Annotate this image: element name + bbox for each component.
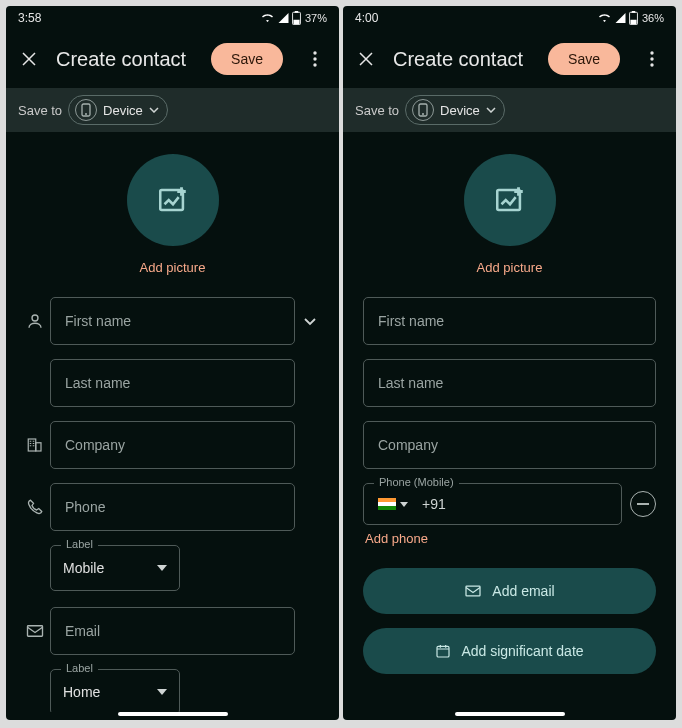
close-icon[interactable]	[20, 50, 38, 68]
email-icon	[20, 623, 50, 639]
chip-label: Device	[103, 103, 143, 118]
save-to-bar: Save to Device	[6, 88, 339, 132]
status-bar: 3:58 37%	[6, 6, 339, 30]
phone-field[interactable]: Phone	[50, 483, 295, 531]
overflow-menu-icon[interactable]	[638, 45, 666, 73]
flag-india-icon	[378, 498, 396, 510]
save-to-bar: Save to Device	[343, 88, 676, 132]
add-picture-section: Add picture	[20, 148, 325, 275]
company-field[interactable]: Company	[50, 421, 295, 469]
add-picture-link[interactable]: Add picture	[477, 260, 543, 275]
close-icon[interactable]	[357, 50, 375, 68]
last-name-field[interactable]: Last name	[50, 359, 295, 407]
save-to-label: Save to	[355, 103, 399, 118]
email-label-dropdown[interactable]: Label Home	[50, 669, 180, 712]
page-title: Create contact	[393, 48, 530, 71]
svg-point-18	[650, 63, 653, 66]
status-time: 3:58	[18, 11, 41, 25]
signal-icon	[277, 12, 290, 24]
company-field[interactable]: Company	[363, 421, 656, 469]
battery-percent: 36%	[642, 12, 664, 24]
wifi-icon	[260, 12, 275, 24]
first-name-field[interactable]: First name	[50, 297, 295, 345]
add-picture-link[interactable]: Add picture	[140, 260, 206, 275]
last-name-row: Last name	[20, 359, 325, 407]
svg-point-9	[32, 315, 38, 321]
svg-rect-14	[630, 20, 636, 24]
signal-icon	[614, 12, 627, 24]
first-name-field[interactable]: First name	[363, 297, 656, 345]
overflow-menu-icon[interactable]	[301, 45, 329, 73]
expand-name-icon[interactable]	[295, 316, 325, 326]
dropdown-arrow-icon	[157, 689, 167, 695]
app-bar: Create contact Save	[343, 30, 676, 88]
calendar-icon	[435, 643, 451, 659]
svg-point-3	[313, 51, 316, 54]
form-content: Add picture First name Last name Company…	[343, 132, 676, 712]
phone-label-row: Label Mobile	[50, 545, 325, 591]
email-icon	[464, 584, 482, 598]
add-picture-button[interactable]	[127, 154, 219, 246]
svg-rect-11	[36, 443, 41, 451]
company-row: Company	[20, 421, 325, 469]
last-name-field[interactable]: Last name	[363, 359, 656, 407]
email-label-row: Label Home	[50, 669, 325, 712]
add-image-icon	[493, 183, 527, 217]
svg-rect-21	[497, 190, 520, 210]
svg-rect-10	[28, 439, 36, 451]
svg-point-5	[313, 63, 316, 66]
person-icon	[20, 312, 50, 330]
phone-screen-right: 4:00 36% Create contact Save Save to Dev…	[343, 6, 676, 720]
minus-icon	[637, 503, 649, 505]
svg-rect-1	[293, 20, 299, 24]
save-button[interactable]: Save	[211, 43, 283, 75]
svg-rect-2	[295, 11, 299, 13]
wifi-icon	[597, 12, 612, 24]
battery-icon	[629, 11, 638, 25]
device-icon	[75, 99, 97, 121]
remove-phone-button[interactable]	[630, 491, 656, 517]
name-row: First name	[20, 297, 325, 345]
phone-label-caption: Label	[61, 538, 98, 550]
phone-fieldset[interactable]: Phone (Mobile) +91	[363, 483, 622, 525]
status-bar: 4:00 36%	[343, 6, 676, 30]
svg-rect-24	[437, 646, 449, 657]
svg-point-16	[650, 51, 653, 54]
phone-row: Phone	[20, 483, 325, 531]
svg-point-17	[650, 57, 653, 60]
building-icon	[20, 436, 50, 454]
save-to-chip[interactable]: Device	[68, 95, 168, 125]
country-flag-picker[interactable]	[378, 498, 408, 510]
chevron-down-icon	[149, 107, 159, 113]
add-date-button[interactable]: Add significant date	[363, 628, 656, 674]
app-bar: Create contact Save	[6, 30, 339, 88]
add-email-button[interactable]: Add email	[363, 568, 656, 614]
add-image-icon	[156, 183, 190, 217]
email-row: Email	[20, 607, 325, 655]
save-button[interactable]: Save	[548, 43, 620, 75]
battery-percent: 37%	[305, 12, 327, 24]
form-content: Add picture First name Last name	[6, 132, 339, 712]
phone-screen-left: 3:58 37% Create contact Save Save to Dev…	[6, 6, 339, 720]
add-phone-link[interactable]: Add phone	[365, 531, 656, 546]
phone-icon	[20, 498, 50, 516]
svg-rect-12	[28, 626, 43, 637]
phone-legend: Phone (Mobile)	[374, 476, 459, 488]
dial-code: +91	[422, 496, 446, 512]
battery-icon	[292, 11, 301, 25]
gesture-handle[interactable]	[118, 712, 228, 716]
phone-label-dropdown[interactable]: Label Mobile	[50, 545, 180, 591]
add-picture-section: Add picture	[363, 148, 656, 275]
dropdown-arrow-icon	[157, 565, 167, 571]
email-field[interactable]: Email	[50, 607, 295, 655]
chip-label: Device	[440, 103, 480, 118]
add-picture-button[interactable]	[464, 154, 556, 246]
svg-rect-23	[466, 586, 480, 596]
svg-point-4	[313, 57, 316, 60]
status-indicators: 36%	[597, 11, 664, 25]
chevron-down-icon	[486, 107, 496, 113]
svg-rect-15	[632, 11, 636, 13]
save-to-chip[interactable]: Device	[405, 95, 505, 125]
status-indicators: 37%	[260, 11, 327, 25]
gesture-handle[interactable]	[455, 712, 565, 716]
